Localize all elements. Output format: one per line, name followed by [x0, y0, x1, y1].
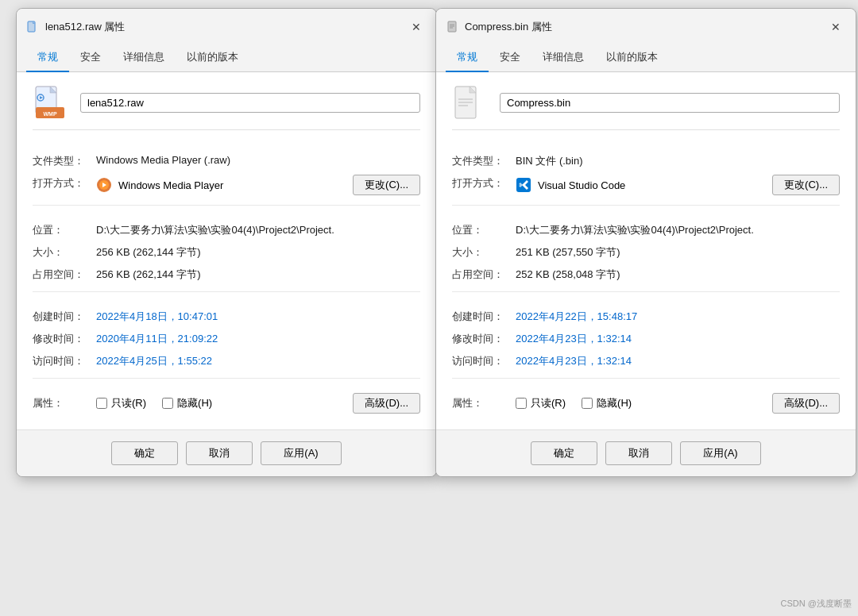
right-hidden-checkbox[interactable] — [582, 398, 593, 409]
left-readonly-label: 只读(R) — [111, 396, 146, 410]
right-dialog: Compress.bin 属性 ✕ 常规 安全 详细信息 以前的版本 文件类型：… — [435, 8, 856, 477]
left-app-icon — [96, 177, 112, 193]
watermark: CSDN @浅度断墨 — [781, 598, 852, 610]
right-filetype-value: BIN 文件 (.bin) — [516, 152, 840, 168]
right-content: 文件类型： BIN 文件 (.bin) 打开方式： Visual Studio … — [436, 72, 856, 429]
right-size-row: 大小： 251 KB (257,550 字节) — [452, 241, 840, 263]
right-created-value: 2022年4月22日，15:48:17 — [516, 308, 840, 324]
left-ok-button[interactable]: 确定 — [111, 441, 178, 465]
right-openwith-row: 打开方式： Visual Studio Code 更改(C)... — [452, 171, 840, 198]
left-location-label: 位置： — [33, 221, 96, 237]
right-tab-general[interactable]: 常规 — [446, 44, 489, 72]
right-created-label: 创建时间： — [452, 308, 516, 324]
left-disksize-label: 占用空间： — [33, 266, 96, 282]
left-close-button[interactable]: ✕ — [406, 17, 427, 37]
right-advanced-button[interactable]: 高级(D)... — [772, 393, 840, 414]
right-modified-value: 2022年4月23日，1:32:14 — [516, 330, 840, 346]
right-filetype-label: 文件类型： — [452, 152, 516, 168]
right-tab-security[interactable]: 安全 — [489, 44, 531, 72]
left-disksize-row: 占用空间： 256 KB (262,144 字节) — [33, 263, 420, 285]
left-readonly-checkbox[interactable] — [96, 398, 107, 409]
left-titlebar: lena512.raw 属性 ✕ — [17, 9, 436, 44]
left-dialog: lena512.raw 属性 ✕ 常规 安全 详细信息 以前的版本 WMP 文件… — [16, 8, 437, 477]
left-size-row: 大小： 256 KB (262,144 字节) — [33, 241, 420, 263]
right-readonly-checkbox[interactable] — [516, 398, 527, 409]
left-file-header: WMP — [33, 85, 420, 130]
right-tab-details[interactable]: 详细信息 — [531, 44, 595, 72]
right-title-icon — [446, 21, 458, 33]
right-accessed-value: 2022年4月23日，1:32:14 — [516, 352, 840, 368]
left-location-value: D:\大二要务力\算法\实验\实验04(4)\Project2\Project. — [96, 221, 420, 237]
left-size-value: 256 KB (262,144 字节) — [96, 244, 420, 260]
left-advanced-button[interactable]: 高级(D)... — [353, 393, 420, 414]
right-attr-label: 属性： — [452, 396, 516, 410]
left-hidden-label: 隐藏(H) — [177, 396, 212, 410]
right-filename-input[interactable] — [500, 93, 840, 113]
left-tab-general[interactable]: 常规 — [26, 44, 69, 72]
right-app-name: Visual Studio Code — [538, 179, 625, 191]
right-readonly-label: 只读(R) — [531, 396, 566, 410]
right-footer: 确定 取消 应用(A) — [436, 429, 856, 476]
left-tab-previous[interactable]: 以前的版本 — [176, 44, 249, 72]
right-file-icon — [452, 85, 487, 120]
left-created-label: 创建时间： — [33, 308, 96, 324]
right-info-section: 文件类型： BIN 文件 (.bin) 打开方式： Visual Studio … — [452, 143, 840, 206]
right-hidden-checkbox-label[interactable]: 隐藏(H) — [582, 396, 632, 410]
left-size-label: 大小： — [33, 244, 96, 260]
left-cancel-button[interactable]: 取消 — [186, 441, 253, 465]
left-title: lena512.raw 属性 — [45, 20, 400, 34]
left-readonly-checkbox-label[interactable]: 只读(R) — [96, 396, 146, 410]
right-size-label: 大小： — [452, 244, 516, 260]
left-change-button[interactable]: 更改(C)... — [353, 175, 420, 195]
right-readonly-checkbox-label[interactable]: 只读(R) — [516, 396, 566, 410]
left-file-icon: WMP — [33, 85, 68, 120]
left-created-value: 2022年4月18日，10:47:01 — [96, 308, 420, 324]
left-accessed-row: 访问时间： 2022年4月25日，1:55:22 — [33, 349, 420, 372]
svg-text:WMP: WMP — [43, 111, 56, 117]
left-tab-security[interactable]: 安全 — [69, 44, 112, 72]
right-checkbox-group: 只读(R) 隐藏(H) — [516, 396, 772, 410]
left-time-section: 创建时间： 2022年4月18日，10:47:01 修改时间： 2020年4月1… — [33, 298, 420, 379]
left-modified-row: 修改时间： 2020年4月11日，21:09:22 — [33, 327, 420, 349]
right-disksize-value: 252 KB (258,048 字节) — [516, 266, 840, 282]
left-modified-label: 修改时间： — [33, 330, 96, 346]
left-footer: 确定 取消 应用(A) — [17, 429, 436, 476]
left-openwith-content: Windows Media Player 更改(C)... — [96, 175, 420, 195]
right-tab-previous[interactable]: 以前的版本 — [595, 44, 669, 72]
right-cancel-button[interactable]: 取消 — [605, 441, 672, 465]
left-content: WMP 文件类型： Windows Media Player (.raw) 打开… — [17, 72, 436, 429]
left-app-name: Windows Media Player — [118, 179, 223, 191]
left-created-row: 创建时间： 2022年4月18日，10:47:01 — [33, 305, 420, 327]
right-title: Compress.bin 属性 — [465, 20, 819, 34]
right-location-value: D:\大二要务力\算法\实验\实验04(4)\Project2\Project. — [516, 221, 840, 237]
right-accessed-label: 访问时间： — [452, 352, 516, 368]
left-filetype-value: Windows Media Player (.raw) — [96, 152, 420, 166]
right-attr-section: 属性： 只读(R) 隐藏(H) 高级(D)... — [452, 385, 840, 417]
right-apply-button[interactable]: 应用(A) — [680, 441, 760, 465]
right-disksize-label: 占用空间： — [452, 266, 516, 282]
left-attr-row: 属性： 只读(R) 隐藏(H) 高级(D)... — [33, 393, 420, 414]
right-openwith-label: 打开方式： — [452, 175, 516, 191]
left-hidden-checkbox-label[interactable]: 隐藏(H) — [162, 396, 212, 410]
left-hidden-checkbox[interactable] — [162, 398, 173, 409]
right-created-row: 创建时间： 2022年4月22日，15:48:17 — [452, 305, 840, 327]
right-accessed-row: 访问时间： 2022年4月23日，1:32:14 — [452, 349, 840, 372]
left-filename-input[interactable] — [80, 93, 420, 113]
left-apply-button[interactable]: 应用(A) — [261, 441, 341, 465]
right-location-row: 位置： D:\大二要务力\算法\实验\实验04(4)\Project2\Proj… — [452, 218, 840, 241]
left-checkbox-group: 只读(R) 隐藏(H) — [96, 396, 353, 410]
right-modified-label: 修改时间： — [452, 330, 516, 346]
left-tab-details[interactable]: 详细信息 — [112, 44, 176, 72]
right-ok-button[interactable]: 确定 — [531, 441, 597, 465]
left-location-row: 位置： D:\大二要务力\算法\实验\实验04(4)\Project2\Proj… — [33, 218, 420, 241]
right-titlebar: Compress.bin 属性 ✕ — [436, 9, 856, 44]
right-change-button[interactable]: 更改(C)... — [772, 175, 840, 195]
left-info-section: 文件类型： Windows Media Player (.raw) 打开方式： … — [33, 143, 420, 206]
left-filetype-label: 文件类型： — [33, 152, 96, 168]
right-time-section: 创建时间： 2022年4月22日，15:48:17 修改时间： 2022年4月2… — [452, 298, 840, 379]
right-openwith-content: Visual Studio Code 更改(C)... — [516, 175, 840, 195]
left-title-icon — [26, 21, 39, 33]
left-location-section: 位置： D:\大二要务力\算法\实验\实验04(4)\Project2\Proj… — [33, 212, 420, 292]
right-close-button[interactable]: ✕ — [825, 17, 846, 37]
left-accessed-value: 2022年4月25日，1:55:22 — [96, 352, 420, 368]
